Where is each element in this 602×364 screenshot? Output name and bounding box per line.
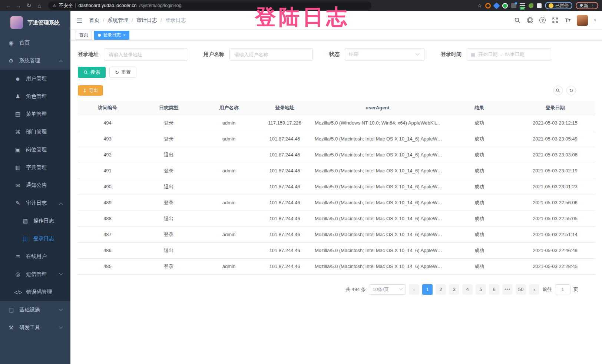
browser-forward-icon[interactable]: → (14, 3, 23, 9)
refresh-table-circle-button[interactable]: ↻ (566, 86, 576, 95)
sidebar-item-user-management[interactable]: ☻用户管理 (0, 70, 70, 87)
cell-result: 成功 (443, 258, 515, 274)
username-input[interactable] (229, 48, 313, 61)
cell-ua: Mozilla/5.0 (Macintosh; Intel Mac OS X 1… (312, 211, 443, 226)
page-button-2[interactable]: 2 (436, 284, 446, 295)
export-button[interactable]: ↧ 导出 (78, 85, 103, 96)
cell-result: 成功 (443, 147, 515, 163)
bookmark-star-icon[interactable]: ☆ (477, 3, 482, 9)
extension-icon-grid[interactable] (511, 3, 516, 8)
extension-icon-leaf[interactable] (529, 3, 533, 8)
user-avatar[interactable] (577, 15, 588, 26)
cell-date: 2021-05-03 22:55:05 (515, 211, 595, 226)
page-button-3[interactable]: 3 (449, 284, 459, 295)
url-host: dashboard.yudao.iocoder.cn (78, 3, 136, 8)
chevron-down-icon (59, 325, 63, 328)
sidebar-item-online-users[interactable]: ♒在线用户 (0, 248, 70, 265)
sidebar-item-dev-tools[interactable]: ⚒研发工具 (0, 319, 70, 337)
page-size-select[interactable]: 10条/页 (369, 284, 406, 295)
sidebar-item-home[interactable]: ◉首页 (0, 34, 70, 52)
next-page-button[interactable]: › (529, 284, 539, 295)
sidebar-item-role-management[interactable]: ♟角色管理 (0, 87, 70, 105)
cell-ua: Mozilla/5.0 (Macintosh; Intel Mac OS X 1… (312, 195, 443, 211)
sidebar-item-login-log[interactable]: ◫登录日志 (0, 230, 70, 248)
extension-icon-orange[interactable] (485, 3, 491, 9)
app-logo-image (10, 16, 23, 29)
cell-date: 2021-05-03 23:05:49 (515, 131, 595, 147)
profile-paused-badge[interactable]: 已暂停 (545, 2, 572, 9)
hamburger-icon[interactable]: ☰ (76, 16, 82, 24)
toggle-search-circle-button[interactable] (553, 86, 563, 95)
table-row: 492退出101.87.244.46Mozilla/5.0 (Macintosh… (78, 147, 595, 163)
header-search-icon[interactable] (514, 17, 521, 24)
address-bar[interactable]: ⚠ 不安全 dashboard.yudao.iocoder.cn/system/… (48, 1, 371, 10)
sidebar-item-label: 错误码管理 (26, 289, 52, 295)
profile-avatar-emoji (549, 3, 553, 8)
github-icon[interactable] (527, 17, 533, 24)
extensions-puzzle-icon[interactable] (537, 3, 542, 8)
sidebar-item-system-management[interactable]: ⚙系统管理 (0, 52, 70, 70)
browser-menu-kebab-icon[interactable]: ⋮ (590, 3, 595, 8)
sidebar-item-infrastructure[interactable]: ▢基础设施 (0, 301, 70, 319)
goto-label: 前往 (542, 286, 552, 293)
app-logo-row[interactable]: 芋道管理系统 (0, 11, 70, 34)
page-button-1[interactable]: 1 (422, 284, 433, 295)
sidebar-item-post-management[interactable]: ▣岗位管理 (0, 141, 70, 159)
login-time-label: 登录时间 (441, 51, 462, 58)
dictionary-icon: ▥ (14, 164, 22, 171)
sidebar-item-audit-log[interactable]: ✎审计日志 (0, 194, 70, 212)
more-pages-button[interactable]: ••• (502, 284, 513, 295)
sidebar-item-operation-log[interactable]: ▧操作日志 (0, 212, 70, 230)
sidebar-item-label: 审计日志 (26, 200, 47, 206)
sidebar-item-menu-management[interactable]: ▤菜单管理 (0, 105, 70, 123)
browser-update-button[interactable]: 更新 ⋮ (576, 2, 598, 9)
goto-page-input[interactable] (555, 284, 570, 294)
search-button[interactable]: 搜索 (78, 67, 106, 78)
login-address-input[interactable] (104, 48, 187, 61)
date-range-picker[interactable]: ▦ 开始日期 - 结束日期 (467, 48, 551, 61)
extension-icon-blue-diamond[interactable] (493, 2, 500, 9)
cell-user (200, 179, 258, 195)
cell-ua: Mozilla/5.0 (Macintosh; Intel Mac OS X 1… (312, 258, 443, 274)
column-header: 登录日期 (515, 101, 595, 115)
cell-type: 退出 (137, 211, 200, 226)
avatar-caret-down-icon[interactable]: ▾ (594, 18, 596, 23)
page-button-4[interactable]: 4 (462, 284, 473, 295)
extension-icon-green[interactable] (502, 3, 508, 9)
status-select[interactable]: 结果 (345, 48, 424, 61)
reset-button[interactable]: ↻ 重置 (109, 67, 136, 78)
online-icon: ♒ (14, 253, 22, 260)
breadcrumb-home[interactable]: 首页 (89, 17, 99, 24)
page-button-6[interactable]: 6 (489, 284, 499, 295)
cell-user (200, 242, 258, 258)
prev-page-button[interactable]: ‹ (409, 284, 419, 295)
cell-result: 成功 (443, 179, 515, 195)
sidebar-item-dept-management[interactable]: ⌘部门管理 (0, 123, 70, 141)
browser-reload-icon[interactable]: ↻ (24, 2, 33, 9)
cell-user: admin (200, 163, 258, 179)
extension-icon-list[interactable]: on (520, 3, 525, 8)
sidebar-item-label: 菜单管理 (26, 111, 47, 118)
breadcrumb: 首页 / 系统管理 / 审计日志 / 登录日志 (89, 17, 186, 24)
page-button-50[interactable]: 50 (516, 284, 526, 295)
tab-login-log[interactable]: 登录日志 × (94, 31, 129, 40)
page-button-5[interactable]: 5 (476, 284, 486, 295)
breadcrumb-audit[interactable]: 审计日志 (136, 17, 157, 24)
help-icon[interactable]: ? (539, 17, 546, 23)
fullscreen-icon[interactable] (552, 17, 558, 24)
date-range-separator: - (500, 52, 502, 57)
cell-user: admin (200, 226, 258, 242)
cell-ua: Mozilla/5.0 (Macintosh; Intel Mac OS X 1… (312, 242, 443, 258)
cell-result: 成功 (443, 242, 515, 258)
font-size-icon[interactable]: TT (564, 17, 571, 24)
sidebar-item-dict-management[interactable]: ▥字典管理 (0, 159, 70, 176)
breadcrumb-system[interactable]: 系统管理 (108, 17, 128, 24)
sidebar-item-error-code-management[interactable]: </>错误码管理 (0, 283, 70, 301)
tab-close-icon[interactable]: × (123, 33, 126, 38)
sidebar-item-notice-announcement[interactable]: ✉通知公告 (0, 176, 70, 194)
cell-result: 成功 (443, 211, 515, 226)
browser-home-icon[interactable]: ⌂ (35, 3, 44, 9)
browser-back-icon[interactable]: ← (4, 3, 13, 9)
tab-home[interactable]: 首页 (76, 31, 92, 40)
sidebar-item-sms-management[interactable]: ◎短信管理 (0, 265, 70, 283)
